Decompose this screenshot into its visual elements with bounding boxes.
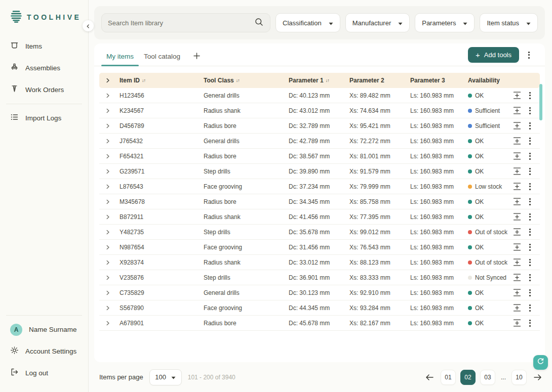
panel-menu-button[interactable]	[526, 50, 532, 61]
add-to-assembly-button[interactable]	[509, 213, 525, 221]
table-row[interactable]: A678901 Radius bore Dc: 45.678 mm Xs: 82…	[99, 316, 540, 331]
filter-parameters[interactable]: Parameters	[415, 13, 475, 32]
row-expand-chevron-icon[interactable]	[99, 93, 116, 98]
table-row[interactable]: X928374 Radius shank Dc: 33.012 mm Xs: 8…	[99, 255, 540, 270]
row-expand-chevron-icon[interactable]	[99, 199, 116, 204]
sidebar-collapse-button[interactable]	[83, 20, 94, 31]
table-row[interactable]: S567890 Face grooving Dc: 44.345 mm Xs: …	[99, 300, 540, 316]
add-to-assembly-button[interactable]	[509, 167, 525, 175]
column-header[interactable]: Tool Class↓↑	[201, 77, 286, 84]
add-to-assembly-button[interactable]	[509, 183, 525, 190]
row-menu-button[interactable]	[525, 136, 535, 147]
add-to-assembly-button[interactable]	[509, 258, 525, 266]
add-to-assembly-button[interactable]	[509, 289, 525, 296]
table-row[interactable]: K234567 Radius shank Dc: 43.012 mm Xs: 7…	[99, 103, 540, 118]
row-menu-button[interactable]	[525, 227, 535, 238]
row-expand-chevron-icon[interactable]	[99, 290, 116, 295]
row-menu-button[interactable]	[525, 90, 535, 101]
add-to-assembly-button[interactable]	[509, 228, 525, 236]
sidebar-item-items[interactable]: Items	[0, 35, 88, 57]
table-row[interactable]: Y482735 Step drills Dc: 35.678 mm Xs: 99…	[99, 225, 540, 240]
row-expand-chevron-icon[interactable]	[99, 245, 116, 250]
sort-icon[interactable]: ↓↑	[142, 78, 145, 83]
page-button[interactable]: 02	[460, 370, 476, 385]
sidebar-item-work-orders[interactable]: Work Orders	[0, 79, 88, 101]
table-row[interactable]: C735829 General drills Dc: 30.123 mm Xs:…	[99, 285, 540, 300]
add-to-assembly-button[interactable]	[509, 152, 525, 160]
items-per-page-select[interactable]: 100	[149, 369, 182, 385]
filter-manufacturer[interactable]: Manufacturer	[345, 13, 410, 32]
user-profile[interactable]: A Name Surname	[0, 319, 88, 340]
filter-item-status[interactable]: Item status	[480, 13, 538, 32]
table-row[interactable]: H123456 General drills Dc: 40.123 mm Xs:…	[99, 88, 540, 103]
row-menu-button[interactable]	[525, 196, 535, 207]
row-expand-chevron-icon[interactable]	[99, 275, 116, 280]
row-expand-chevron-icon[interactable]	[99, 230, 116, 235]
list-icon	[10, 113, 19, 123]
column-header[interactable]: Item ID↓↑	[116, 77, 201, 84]
row-menu-button[interactable]	[525, 166, 535, 177]
sort-icon[interactable]: ↓↑	[326, 78, 329, 83]
add-to-assembly-button[interactable]	[509, 243, 525, 251]
row-expand-chevron-icon[interactable]	[99, 123, 116, 128]
row-expand-chevron-icon[interactable]	[99, 108, 116, 113]
row-menu-button[interactable]	[525, 287, 535, 298]
table-scrollbar[interactable]	[539, 84, 542, 120]
add-to-assembly-button[interactable]	[509, 137, 525, 145]
row-expand-chevron-icon[interactable]	[99, 214, 116, 220]
row-menu-button[interactable]	[525, 272, 535, 283]
account-settings-button[interactable]: Account Settings	[0, 340, 88, 362]
add-to-assembly-button[interactable]	[509, 122, 525, 129]
table-row[interactable]: G239571 Step drills Dc: 39.890 mm Xs: 91…	[99, 164, 540, 179]
page-button[interactable]: 10	[511, 370, 527, 385]
next-page-button[interactable]	[531, 372, 544, 383]
row-expand-chevron-icon[interactable]	[99, 184, 116, 189]
row-expand-chevron-icon[interactable]	[99, 139, 116, 144]
add-to-assembly-button[interactable]	[509, 92, 525, 99]
expand-all-chevron-icon[interactable]	[99, 78, 116, 83]
sync-button[interactable]	[533, 355, 548, 370]
row-menu-button[interactable]	[525, 242, 535, 253]
row-expand-chevron-icon[interactable]	[99, 154, 116, 159]
add-to-assembly-button[interactable]	[509, 304, 525, 312]
sidebar-item-assemblies[interactable]: Assemblies	[0, 57, 88, 79]
tab-tool-catalog[interactable]: Tool catalog	[139, 49, 185, 66]
page-button[interactable]: 01	[441, 370, 456, 385]
sidebar-item-import-logs[interactable]: Import Logs	[0, 107, 88, 129]
column-header[interactable]: Parameter 1↓↑	[286, 77, 346, 84]
row-menu-button[interactable]	[525, 211, 535, 223]
table-row[interactable]: B872911 Radius shank Dc: 41.456 mm Xs: 7…	[99, 209, 540, 225]
add-tab-button[interactable]	[185, 49, 206, 66]
add-to-assembly-button[interactable]	[509, 198, 525, 205]
tab-my-items[interactable]: My items	[101, 49, 139, 66]
row-menu-button[interactable]	[525, 120, 535, 132]
table-row[interactable]: M345678 Radius bore Dc: 34.345 mm Xs: 85…	[99, 194, 540, 209]
prev-page-button[interactable]	[423, 372, 436, 383]
row-menu-button[interactable]	[525, 151, 535, 162]
row-menu-button[interactable]	[525, 105, 535, 116]
row-menu-button[interactable]	[525, 302, 535, 314]
row-expand-chevron-icon[interactable]	[99, 306, 116, 311]
row-expand-chevron-icon[interactable]	[99, 321, 116, 326]
add-to-assembly-button[interactable]	[509, 319, 525, 327]
logout-button[interactable]: Log out	[0, 362, 88, 384]
add-to-assembly-button[interactable]	[509, 107, 525, 114]
row-menu-button[interactable]	[525, 257, 535, 268]
row-expand-chevron-icon[interactable]	[99, 260, 116, 265]
table-row[interactable]: L876543 Face grooving Dc: 37.234 mm Xs: …	[99, 179, 540, 194]
table-row[interactable]: N987654 Face grooving Dc: 31.456 mm Xs: …	[99, 240, 540, 255]
row-menu-button[interactable]	[525, 181, 535, 192]
add-to-assembly-button[interactable]	[509, 274, 525, 281]
row-menu-button[interactable]	[525, 318, 535, 329]
table-row[interactable]: D456789 Radius bore Dc: 32.789 mm Xs: 95…	[99, 118, 540, 134]
sort-icon[interactable]: ↓↑	[236, 78, 240, 83]
table-row[interactable]: V235876 Step drills Dc: 36.901 mm Xs: 83…	[99, 270, 540, 285]
filter-classification[interactable]: Classification	[275, 13, 340, 32]
page-button[interactable]: 03	[480, 370, 495, 385]
caret-down-icon	[526, 19, 531, 27]
search-input[interactable]	[108, 19, 254, 27]
table-row[interactable]: J765432 General drills Dc: 42.789 mm Xs:…	[99, 134, 540, 149]
row-expand-chevron-icon[interactable]	[99, 169, 116, 174]
add-tools-button[interactable]: + Add tools	[468, 47, 519, 63]
table-row[interactable]: F654321 Radius bore Dc: 38.567 mm Xs: 81…	[99, 149, 540, 164]
